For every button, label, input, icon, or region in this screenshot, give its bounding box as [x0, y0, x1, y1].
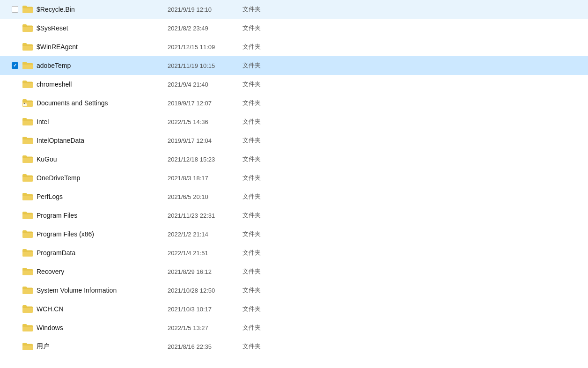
- file-name: PerfLogs: [37, 193, 168, 200]
- folder-icon: [22, 305, 33, 313]
- folder-icon: [22, 24, 33, 32]
- file-name: Windows: [37, 324, 168, 331]
- folder-icon: [22, 174, 33, 182]
- file-type: 文件夹: [243, 286, 280, 294]
- file-date: 2021/10/3 10:17: [168, 306, 243, 313]
- file-name: Documents and Settings: [37, 99, 168, 107]
- checkbox-area: [9, 137, 21, 144]
- file-name: Program Files (x86): [37, 230, 168, 238]
- file-row-winreagent[interactable]: $WinREAgent2021/12/15 11:09文件夹: [0, 37, 588, 56]
- file-date: 2022/1/2 21:14: [168, 231, 243, 238]
- file-name: Recovery: [37, 268, 168, 275]
- file-row-adobetemp[interactable]: adobeTemp2021/11/19 10:15文件夹: [0, 56, 588, 75]
- file-name: KuGou: [37, 155, 168, 163]
- file-date: 2021/12/15 11:09: [168, 44, 243, 51]
- file-row-chromeshell[interactable]: chromeshell2021/9/4 21:40文件夹: [0, 75, 588, 94]
- file-type: 文件夹: [243, 61, 280, 70]
- file-row-system-volume-information[interactable]: System Volume Information2021/10/28 12:5…: [0, 281, 588, 300]
- file-date: 2021/8/2 23:49: [168, 25, 243, 32]
- file-name: Intel: [37, 118, 168, 125]
- file-type: 文件夹: [243, 342, 280, 351]
- file-name: 用户: [37, 342, 168, 351]
- file-name: chromeshell: [37, 81, 168, 88]
- file-row-documents-and-settings[interactable]: Documents and Settings2019/9/17 12:07文件夹: [0, 94, 588, 112]
- file-date: 2021/8/16 22:35: [168, 343, 243, 350]
- checkbox-area: [9, 156, 21, 162]
- checkbox-area: [9, 250, 21, 256]
- checkbox-empty[interactable]: [12, 6, 18, 13]
- file-row-inteloptanedata[interactable]: IntelOptaneData2019/9/17 12:04文件夹: [0, 131, 588, 150]
- file-date: 2019/9/17 12:07: [168, 100, 243, 107]
- file-date: 2022/1/5 13:27: [168, 324, 243, 331]
- checkbox-area: [9, 324, 21, 331]
- file-name: IntelOptaneData: [37, 137, 168, 144]
- file-type: 文件夹: [243, 267, 280, 276]
- checkbox-area: [9, 44, 21, 50]
- file-date: 2021/12/18 15:23: [168, 156, 243, 163]
- file-type: 文件夹: [243, 136, 280, 145]
- folder-icon: [22, 43, 33, 51]
- file-date: 2021/9/19 12:10: [168, 6, 243, 13]
- checkbox-area: [9, 268, 21, 275]
- folder-icon: [22, 61, 33, 70]
- checkbox-area: [9, 25, 21, 31]
- checkbox-area: [9, 118, 21, 125]
- file-type: 文件夹: [243, 324, 280, 332]
- checkbox-area: [9, 100, 21, 106]
- file-type: 文件夹: [243, 192, 280, 201]
- file-type: 文件夹: [243, 174, 280, 182]
- file-row-recovery[interactable]: Recovery2021/8/29 16:12文件夹: [0, 262, 588, 281]
- folder-icon: [22, 286, 33, 294]
- file-row-program-files[interactable]: Program Files2021/11/23 22:31文件夹: [0, 206, 588, 225]
- checkbox-area: [9, 62, 21, 69]
- file-row-onedriveTemp[interactable]: OneDriveTemp2021/8/3 18:17文件夹: [0, 169, 588, 187]
- folder-icon: [22, 192, 33, 201]
- checkbox-area: [9, 212, 21, 219]
- file-row-perflogs[interactable]: PerfLogs2021/6/5 20:10文件夹: [0, 187, 588, 206]
- file-row-windows[interactable]: Windows2022/1/5 13:27文件夹: [0, 318, 588, 337]
- file-date: 2021/8/3 18:17: [168, 175, 243, 182]
- file-type: 文件夹: [243, 211, 280, 220]
- file-date: 2021/6/5 20:10: [168, 193, 243, 200]
- file-type: 文件夹: [243, 118, 280, 126]
- file-name: Program Files: [37, 212, 168, 219]
- file-name: adobeTemp: [37, 62, 168, 69]
- checkbox-checked[interactable]: [12, 62, 18, 69]
- file-date: 2021/11/23 22:31: [168, 212, 243, 219]
- file-date: 2022/1/5 14:36: [168, 118, 243, 125]
- file-row-wch-cn[interactable]: WCH.CN2021/10/3 10:17文件夹: [0, 300, 588, 318]
- checkbox-area: [9, 81, 21, 88]
- file-row-recycle-bin[interactable]: $Recycle.Bin2021/9/19 12:10文件夹: [0, 0, 588, 19]
- file-row-program-files-x86[interactable]: Program Files (x86)2022/1/2 21:14文件夹: [0, 225, 588, 243]
- file-type: 文件夹: [243, 5, 280, 14]
- folder-icon: [22, 230, 33, 238]
- file-name: System Volume Information: [37, 287, 168, 294]
- checkbox-area: [9, 6, 21, 13]
- folder-icon: [22, 118, 33, 126]
- file-name: OneDriveTemp: [37, 174, 168, 182]
- file-type: 文件夹: [243, 230, 280, 238]
- folder-icon: [22, 324, 33, 332]
- file-row-yonghu[interactable]: 用户2021/8/16 22:35文件夹: [0, 337, 588, 356]
- file-row-kugou[interactable]: KuGou2021/12/18 15:23文件夹: [0, 150, 588, 169]
- folder-icon: [22, 136, 33, 145]
- file-row-intel[interactable]: Intel2022/1/5 14:36文件夹: [0, 112, 588, 131]
- folder-icon: [22, 155, 33, 163]
- file-date: 2019/9/17 12:04: [168, 137, 243, 144]
- file-type: 文件夹: [243, 43, 280, 51]
- file-name: $WinREAgent: [37, 43, 168, 51]
- file-date: 2021/11/19 10:15: [168, 62, 243, 69]
- file-date: 2021/8/29 16:12: [168, 268, 243, 275]
- file-type: 文件夹: [243, 80, 280, 88]
- file-row-sysreset[interactable]: $SysReset2021/8/2 23:49文件夹: [0, 19, 588, 37]
- checkbox-area: [9, 231, 21, 237]
- folder-icon: [22, 342, 33, 351]
- checkbox-area: [9, 193, 21, 200]
- file-type: 文件夹: [243, 305, 280, 313]
- folder-icon: [22, 267, 33, 276]
- folder-icon: [22, 211, 33, 220]
- folder-icon: [22, 80, 33, 88]
- file-row-programdata[interactable]: ProgramData2022/1/4 21:51文件夹: [0, 243, 588, 262]
- file-date: 2021/9/4 21:40: [168, 81, 243, 88]
- file-type: 文件夹: [243, 249, 280, 257]
